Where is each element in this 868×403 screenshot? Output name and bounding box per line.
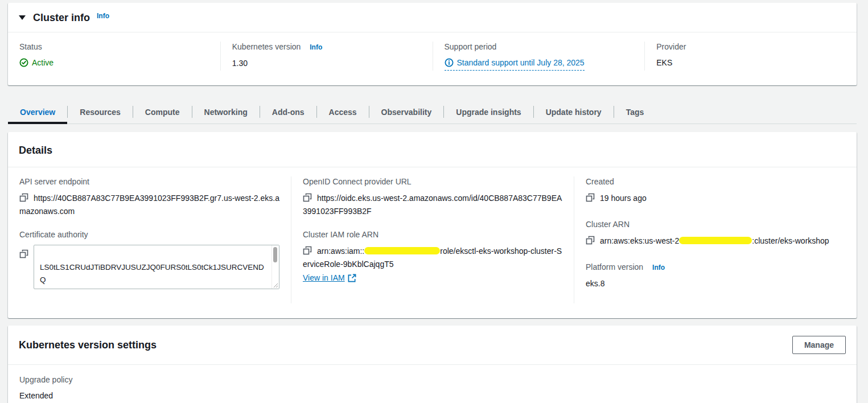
cluster-info-info-link[interactable]: Info <box>97 12 109 20</box>
scrollbar-thumb[interactable] <box>273 247 277 262</box>
copy-icon[interactable] <box>586 193 595 202</box>
cluster-info-title: Cluster info <box>33 11 90 24</box>
platform-version-value: eks.8 <box>586 278 845 289</box>
tab-access[interactable]: Access <box>317 102 369 124</box>
details-section: Details API server endpoint https://40CB… <box>8 132 857 318</box>
support-period-value: Standard support until July 28, 2025 <box>457 57 585 68</box>
details-title: Details <box>8 132 857 167</box>
kubernetes-version-label-text: Kubernetes version <box>232 42 301 51</box>
oidc-url-value: https://oidc.eks.us-west-2.amazonaws.com… <box>303 194 562 216</box>
support-period-column: Support period Standard support until Ju… <box>433 42 645 71</box>
kubernetes-version-settings-title: Kubernetes version settings <box>19 339 157 351</box>
platform-version-info-link[interactable]: Info <box>652 264 665 272</box>
created-value: 19 hours ago <box>600 194 647 203</box>
status-value: Active <box>32 57 54 68</box>
external-link-icon <box>348 274 356 282</box>
certificate-authority-value: LS0tLS1CRUdJTiBDRVJUSUZJQ0FURS0tLS0tCk1J… <box>40 263 266 289</box>
kubernetes-version-value: 1.30 <box>232 57 421 69</box>
tab-add-ons[interactable]: Add-ons <box>260 102 316 124</box>
cluster-info-expand-header[interactable]: Cluster info Info <box>8 3 857 32</box>
details-column-3: Created 19 hours ago Cluster ARN <box>574 176 857 303</box>
info-circle-icon <box>445 58 454 67</box>
status-column: Status Active <box>8 42 220 71</box>
caret-down-icon[interactable] <box>19 15 26 20</box>
view-in-iam-link[interactable]: View in IAM <box>303 273 356 282</box>
support-period-link[interactable]: Standard support until July 28, 2025 <box>445 57 585 71</box>
certificate-authority-field: Certificate authority LS0tLS1CRUdJTiBDRV… <box>19 229 279 289</box>
tab-upgrade-insights[interactable]: Upgrade insights <box>444 102 533 124</box>
oidc-url-label: OpenID Connect provider URL <box>303 176 562 187</box>
copy-icon[interactable] <box>303 246 312 255</box>
redacted-account-id <box>364 247 440 254</box>
iam-role-arn-field: Cluster IAM role ARN arn:aws:iam::role/e… <box>303 229 562 282</box>
platform-version-field: Platform version Info eks.8 <box>586 262 845 289</box>
tab-networking[interactable]: Networking <box>192 102 260 124</box>
iam-role-arn-prefix: arn:aws:iam:: <box>317 246 364 256</box>
kubernetes-version-column: Kubernetes version Info 1.30 <box>220 42 433 71</box>
kubernetes-version-settings-section: Kubernetes version settings Manage Upgra… <box>8 326 857 403</box>
tab-compute[interactable]: Compute <box>133 102 192 124</box>
cluster-tabs: Overview Resources Compute Networking Ad… <box>8 102 857 124</box>
oidc-url-field: OpenID Connect provider URL https://oidc… <box>303 176 562 218</box>
provider-column: Provider EKS <box>644 42 857 71</box>
tab-tags[interactable]: Tags <box>614 102 656 124</box>
copy-icon[interactable] <box>303 193 312 202</box>
details-column-2: OpenID Connect provider URL https://oidc… <box>291 176 574 303</box>
support-period-label: Support period <box>445 42 633 52</box>
manage-button[interactable]: Manage <box>792 336 846 354</box>
iam-role-arn-label: Cluster IAM role ARN <box>303 229 562 240</box>
api-endpoint-field: API server endpoint https://40CB887A83C7… <box>19 176 279 218</box>
api-endpoint-value: https://40CB887A83C77B9EA3991023FF993B2F… <box>19 194 279 216</box>
kubernetes-version-label: Kubernetes version Info <box>232 42 421 52</box>
tab-overview[interactable]: Overview <box>8 102 67 124</box>
certificate-authority-label: Certificate authority <box>19 229 279 240</box>
created-label: Created <box>586 176 845 187</box>
cluster-arn-field: Cluster ARN arn:aws:eks:us-west-2:cluste… <box>586 219 845 248</box>
provider-label: Provider <box>656 42 845 52</box>
view-in-iam-label: View in IAM <box>303 273 345 282</box>
platform-version-label: Platform version Info <box>586 262 845 273</box>
copy-icon[interactable] <box>19 193 28 202</box>
details-columns: API server endpoint https://40CB887A83C7… <box>8 167 857 318</box>
cluster-arn-suffix: :cluster/eks-workshop <box>752 236 829 245</box>
provider-value: EKS <box>656 57 845 68</box>
cluster-info-section: Cluster info Info Status Active Kubernet… <box>8 3 857 85</box>
check-circle-icon <box>19 58 28 67</box>
copy-icon[interactable] <box>19 249 28 258</box>
certificate-authority-textarea[interactable]: LS0tLS1CRUdJTiBDRVJUSUZJQ0FURS0tLS0tCk1J… <box>34 245 279 289</box>
tab-update-history[interactable]: Update history <box>534 102 614 124</box>
cluster-arn-prefix: arn:aws:eks:us-west-2 <box>600 236 679 245</box>
cluster-arn-label: Cluster ARN <box>586 219 845 229</box>
tab-resources[interactable]: Resources <box>68 102 133 124</box>
upgrade-policy-label: Upgrade policy <box>19 375 845 385</box>
resize-handle-icon[interactable] <box>272 282 278 288</box>
details-column-1: API server endpoint https://40CB887A83C7… <box>8 176 291 303</box>
tab-observability[interactable]: Observability <box>369 102 444 124</box>
status-badge: Active <box>19 57 54 68</box>
cluster-info-columns: Status Active Kubernetes version Info 1.… <box>8 32 857 85</box>
api-endpoint-label: API server endpoint <box>19 176 279 187</box>
kubernetes-version-info-link[interactable]: Info <box>310 43 322 51</box>
copy-icon[interactable] <box>586 236 595 245</box>
platform-version-label-text: Platform version <box>586 262 643 272</box>
upgrade-policy-value: Extended <box>19 390 845 401</box>
redacted-account-id <box>679 237 752 244</box>
status-label: Status <box>19 42 209 52</box>
created-field: Created 19 hours ago <box>586 176 845 205</box>
